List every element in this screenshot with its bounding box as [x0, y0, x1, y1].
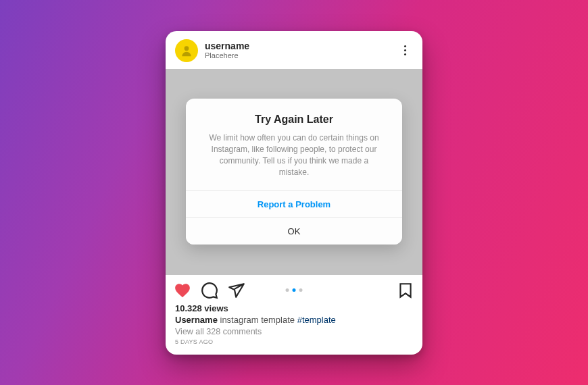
bookmark-button[interactable] [397, 282, 414, 299]
comment-icon [201, 282, 218, 299]
user-icon [180, 44, 193, 57]
post-header: username Placehere [166, 31, 422, 69]
bookmark-icon [397, 282, 414, 299]
like-button[interactable] [174, 282, 191, 299]
post-location[interactable]: Placehere [205, 51, 390, 60]
dialog-body: Try Again Later We limit how often you c… [186, 99, 402, 190]
post-username[interactable]: username [205, 41, 390, 52]
heart-icon [174, 282, 191, 299]
carousel-indicator [286, 288, 303, 292]
svg-point-0 [185, 46, 189, 51]
carousel-dot [286, 288, 289, 292]
rate-limit-dialog: Try Again Later We limit how often you c… [186, 99, 402, 244]
dialog-title: Try Again Later [201, 113, 387, 126]
share-button[interactable] [228, 282, 245, 299]
carousel-dot-active [293, 288, 296, 292]
header-text: username Placehere [205, 41, 390, 61]
avatar[interactable] [175, 39, 198, 62]
comment-button[interactable] [201, 282, 218, 299]
more-options-button[interactable] [397, 43, 413, 59]
post-actions [166, 275, 422, 302]
post-timestamp: 5 DAYS AGO [175, 338, 413, 345]
caption-text: instagram template [218, 315, 297, 325]
more-icon [404, 45, 406, 47]
report-problem-button[interactable]: Report a Problem [186, 190, 402, 217]
post-meta: 10.328 views Username instagram template… [166, 302, 422, 355]
carousel-dot [299, 288, 303, 292]
view-all-comments[interactable]: View all 328 comments [175, 327, 413, 336]
caption: Username instagram template #template [175, 315, 413, 325]
dialog-message: We limit how often you can do certain th… [201, 132, 387, 178]
share-icon [228, 282, 245, 299]
ok-button[interactable]: OK [186, 217, 402, 245]
views-count[interactable]: 10.328 views [175, 303, 413, 313]
caption-hashtag[interactable]: #template [297, 315, 336, 325]
instagram-post-card: username Placehere Try Again Later We li… [166, 31, 422, 355]
post-media-area[interactable]: Try Again Later We limit how often you c… [166, 69, 422, 275]
caption-username[interactable]: Username [175, 315, 218, 325]
